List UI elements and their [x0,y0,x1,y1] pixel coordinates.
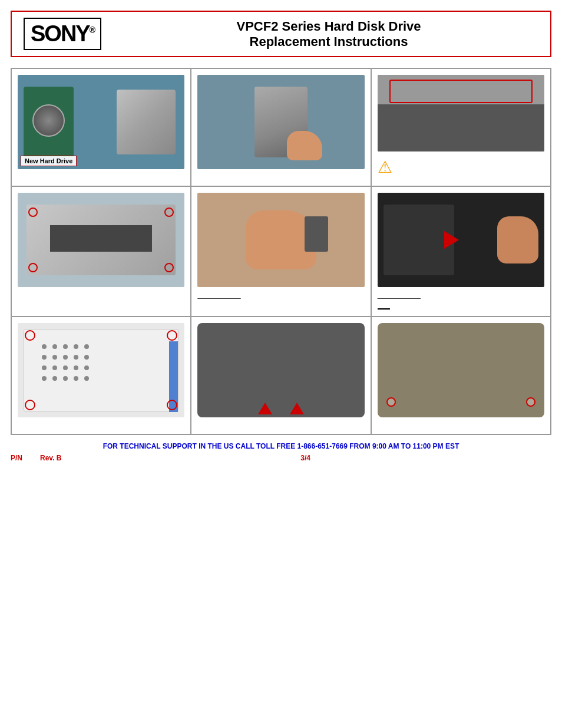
sony-logo: SONY® [24,18,101,50]
cell3-image [378,75,544,151]
grid-cell-2 [191,68,371,186]
dot [42,344,47,349]
cell5-text [197,292,364,299]
arrow-up-right [290,403,304,414]
dot [52,344,57,349]
dot [42,365,47,370]
cell6-double-underline [378,301,390,310]
dot [84,376,89,381]
header-title1: VPCF2 Series Hard Disk Drive [119,19,538,34]
dark-center-pad [50,225,152,252]
red-direction-arrow [444,231,459,249]
rev-label: Rev. B [40,454,61,462]
hand-element [287,131,322,160]
cell4-image [18,193,184,287]
dot-grid [42,344,92,384]
screw-bl [386,397,396,407]
cell5-image [197,193,364,287]
dot [84,355,89,360]
hdd-dark [384,205,454,275]
hand-right [497,216,538,263]
dot [42,355,47,360]
dot [63,344,68,349]
cell7-image [18,323,184,417]
cell6-underline [378,292,421,299]
page-header: SONY® VPCF2 Series Hard Disk Drive Repla… [11,11,551,57]
arrow-up-left [258,403,272,414]
red-highlight-box [389,80,533,103]
hdd-green-board [24,87,74,157]
connector-small [305,216,328,252]
footer-left: P/N Rev. B [11,454,61,462]
grid-cell-9 [371,317,551,434]
cell8-image [197,323,364,417]
grid-cell-6 [371,186,551,317]
grid-cell-8 [191,317,371,434]
dot [74,355,78,360]
cell9-image [378,323,544,417]
footer-pn: P/N Rev. B 3/4 [11,454,551,462]
header-text: VPCF2 Series Hard Disk Drive Replacement… [119,19,538,50]
dot [84,365,89,370]
cell6-image [378,193,544,287]
header-title2: Replacement Instructions [119,34,538,50]
dot [52,376,57,381]
hdd-held [254,87,308,157]
grid-cell-7 [11,317,191,434]
dot [74,376,78,381]
footer-right-empty [550,454,551,462]
dot [63,376,68,381]
dot [52,355,57,360]
dot [74,365,78,370]
dot [63,355,68,360]
cell5-underline [197,292,240,299]
bracket-silver [27,205,176,275]
page-number: 3/4 [300,454,310,462]
red-circle-tl [28,207,38,217]
hdd-disk-circle [32,104,65,137]
dot [52,365,57,370]
connector-body [378,104,544,151]
grid-cell-4 [11,186,191,317]
cell1-image: New Hard Drive [18,75,184,169]
dot [84,344,89,349]
cell2-image [197,75,364,169]
screw-br [526,397,535,407]
new-hard-drive-label: New Hard Drive [21,156,77,166]
support-text: FOR TECHNICAL SUPPORT IN THE US CALL TOL… [11,442,551,450]
warning-icon: ⚠ [378,157,544,177]
screw-circle-bl [25,400,35,410]
grid-cell-3: ⚠ [371,68,551,186]
grid-cell-5 [191,186,371,317]
instruction-grid: New Hard Drive ⚠ [11,68,551,435]
cell6-text [378,292,544,310]
hand-large [246,210,316,269]
dot [74,344,78,349]
dot [42,376,47,381]
red-up-arrows [258,403,304,414]
hdd-bracket [117,90,176,154]
screw-circle-tl [25,330,35,341]
pn-label: P/N [11,454,22,462]
bracket-white [24,329,178,411]
grid-cell-1: New Hard Drive [11,68,191,186]
red-circle-bl [28,263,38,272]
dot [63,365,68,370]
